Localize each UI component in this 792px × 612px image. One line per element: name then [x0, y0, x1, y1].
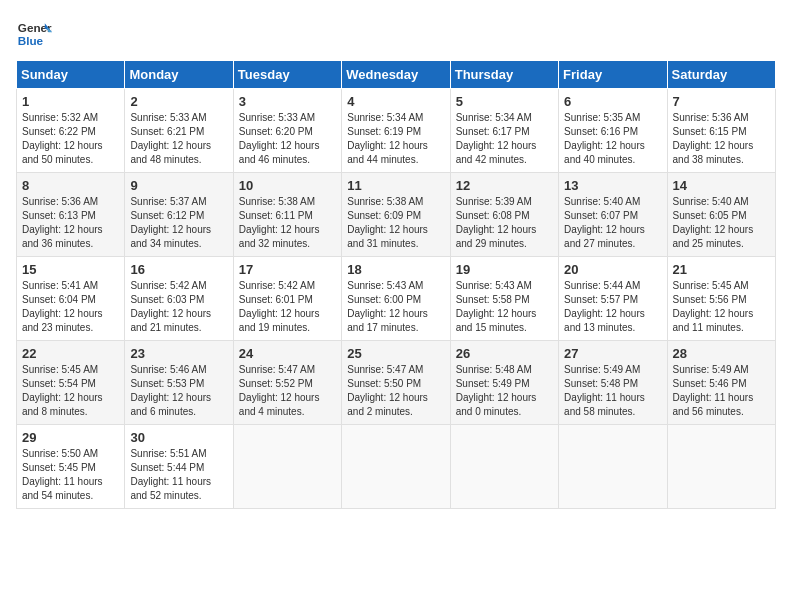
calendar-cell — [233, 425, 341, 509]
col-header-friday: Friday — [559, 61, 667, 89]
day-number: 19 — [456, 262, 553, 277]
day-number: 1 — [22, 94, 119, 109]
calendar-cell: 9 Sunrise: 5:37 AMSunset: 6:12 PMDayligh… — [125, 173, 233, 257]
day-number: 30 — [130, 430, 227, 445]
day-number: 18 — [347, 262, 444, 277]
calendar-cell: 10 Sunrise: 5:38 AMSunset: 6:11 PMDaylig… — [233, 173, 341, 257]
calendar-cell: 28 Sunrise: 5:49 AMSunset: 5:46 PMDaylig… — [667, 341, 775, 425]
calendar-cell — [450, 425, 558, 509]
calendar-cell: 30 Sunrise: 5:51 AMSunset: 5:44 PMDaylig… — [125, 425, 233, 509]
day-number: 28 — [673, 346, 770, 361]
svg-text:Blue: Blue — [18, 34, 44, 47]
day-info: Sunrise: 5:38 AMSunset: 6:09 PMDaylight:… — [347, 195, 444, 251]
day-number: 13 — [564, 178, 661, 193]
day-number: 3 — [239, 94, 336, 109]
calendar-cell: 1 Sunrise: 5:32 AMSunset: 6:22 PMDayligh… — [17, 89, 125, 173]
calendar-cell: 27 Sunrise: 5:49 AMSunset: 5:48 PMDaylig… — [559, 341, 667, 425]
calendar-cell: 26 Sunrise: 5:48 AMSunset: 5:49 PMDaylig… — [450, 341, 558, 425]
day-number: 24 — [239, 346, 336, 361]
page-header: General Blue — [16, 16, 776, 52]
calendar-cell: 23 Sunrise: 5:46 AMSunset: 5:53 PMDaylig… — [125, 341, 233, 425]
day-number: 6 — [564, 94, 661, 109]
day-number: 4 — [347, 94, 444, 109]
day-number: 14 — [673, 178, 770, 193]
day-info: Sunrise: 5:46 AMSunset: 5:53 PMDaylight:… — [130, 363, 227, 419]
day-number: 16 — [130, 262, 227, 277]
day-number: 15 — [22, 262, 119, 277]
day-number: 2 — [130, 94, 227, 109]
day-info: Sunrise: 5:35 AMSunset: 6:16 PMDaylight:… — [564, 111, 661, 167]
day-info: Sunrise: 5:41 AMSunset: 6:04 PMDaylight:… — [22, 279, 119, 335]
calendar-cell: 6 Sunrise: 5:35 AMSunset: 6:16 PMDayligh… — [559, 89, 667, 173]
day-number: 11 — [347, 178, 444, 193]
day-info: Sunrise: 5:50 AMSunset: 5:45 PMDaylight:… — [22, 447, 119, 503]
day-info: Sunrise: 5:48 AMSunset: 5:49 PMDaylight:… — [456, 363, 553, 419]
col-header-wednesday: Wednesday — [342, 61, 450, 89]
calendar-cell: 17 Sunrise: 5:42 AMSunset: 6:01 PMDaylig… — [233, 257, 341, 341]
calendar-cell: 25 Sunrise: 5:47 AMSunset: 5:50 PMDaylig… — [342, 341, 450, 425]
day-info: Sunrise: 5:32 AMSunset: 6:22 PMDaylight:… — [22, 111, 119, 167]
calendar-cell: 21 Sunrise: 5:45 AMSunset: 5:56 PMDaylig… — [667, 257, 775, 341]
day-info: Sunrise: 5:45 AMSunset: 5:56 PMDaylight:… — [673, 279, 770, 335]
logo: General Blue — [16, 16, 52, 52]
calendar-cell: 7 Sunrise: 5:36 AMSunset: 6:15 PMDayligh… — [667, 89, 775, 173]
day-number: 10 — [239, 178, 336, 193]
day-info: Sunrise: 5:45 AMSunset: 5:54 PMDaylight:… — [22, 363, 119, 419]
day-info: Sunrise: 5:42 AMSunset: 6:01 PMDaylight:… — [239, 279, 336, 335]
day-number: 26 — [456, 346, 553, 361]
col-header-saturday: Saturday — [667, 61, 775, 89]
calendar-cell: 3 Sunrise: 5:33 AMSunset: 6:20 PMDayligh… — [233, 89, 341, 173]
calendar-week-3: 15 Sunrise: 5:41 AMSunset: 6:04 PMDaylig… — [17, 257, 776, 341]
day-info: Sunrise: 5:36 AMSunset: 6:13 PMDaylight:… — [22, 195, 119, 251]
day-info: Sunrise: 5:43 AMSunset: 5:58 PMDaylight:… — [456, 279, 553, 335]
day-info: Sunrise: 5:42 AMSunset: 6:03 PMDaylight:… — [130, 279, 227, 335]
calendar-week-1: 1 Sunrise: 5:32 AMSunset: 6:22 PMDayligh… — [17, 89, 776, 173]
calendar-cell: 4 Sunrise: 5:34 AMSunset: 6:19 PMDayligh… — [342, 89, 450, 173]
day-number: 8 — [22, 178, 119, 193]
col-header-monday: Monday — [125, 61, 233, 89]
col-header-tuesday: Tuesday — [233, 61, 341, 89]
day-number: 9 — [130, 178, 227, 193]
day-info: Sunrise: 5:38 AMSunset: 6:11 PMDaylight:… — [239, 195, 336, 251]
calendar-cell: 16 Sunrise: 5:42 AMSunset: 6:03 PMDaylig… — [125, 257, 233, 341]
day-info: Sunrise: 5:34 AMSunset: 6:19 PMDaylight:… — [347, 111, 444, 167]
calendar-cell: 11 Sunrise: 5:38 AMSunset: 6:09 PMDaylig… — [342, 173, 450, 257]
day-number: 12 — [456, 178, 553, 193]
calendar-cell: 20 Sunrise: 5:44 AMSunset: 5:57 PMDaylig… — [559, 257, 667, 341]
day-info: Sunrise: 5:43 AMSunset: 6:00 PMDaylight:… — [347, 279, 444, 335]
day-info: Sunrise: 5:36 AMSunset: 6:15 PMDaylight:… — [673, 111, 770, 167]
day-info: Sunrise: 5:40 AMSunset: 6:07 PMDaylight:… — [564, 195, 661, 251]
day-info: Sunrise: 5:49 AMSunset: 5:46 PMDaylight:… — [673, 363, 770, 419]
calendar-cell: 12 Sunrise: 5:39 AMSunset: 6:08 PMDaylig… — [450, 173, 558, 257]
day-number: 21 — [673, 262, 770, 277]
calendar-cell: 18 Sunrise: 5:43 AMSunset: 6:00 PMDaylig… — [342, 257, 450, 341]
day-info: Sunrise: 5:47 AMSunset: 5:52 PMDaylight:… — [239, 363, 336, 419]
calendar-week-4: 22 Sunrise: 5:45 AMSunset: 5:54 PMDaylig… — [17, 341, 776, 425]
col-header-thursday: Thursday — [450, 61, 558, 89]
calendar-cell: 14 Sunrise: 5:40 AMSunset: 6:05 PMDaylig… — [667, 173, 775, 257]
calendar-table: SundayMondayTuesdayWednesdayThursdayFrid… — [16, 60, 776, 509]
col-header-sunday: Sunday — [17, 61, 125, 89]
calendar-cell: 24 Sunrise: 5:47 AMSunset: 5:52 PMDaylig… — [233, 341, 341, 425]
calendar-cell: 29 Sunrise: 5:50 AMSunset: 5:45 PMDaylig… — [17, 425, 125, 509]
day-number: 29 — [22, 430, 119, 445]
day-number: 7 — [673, 94, 770, 109]
day-number: 20 — [564, 262, 661, 277]
calendar-cell: 13 Sunrise: 5:40 AMSunset: 6:07 PMDaylig… — [559, 173, 667, 257]
day-number: 25 — [347, 346, 444, 361]
day-number: 22 — [22, 346, 119, 361]
day-info: Sunrise: 5:49 AMSunset: 5:48 PMDaylight:… — [564, 363, 661, 419]
calendar-cell: 5 Sunrise: 5:34 AMSunset: 6:17 PMDayligh… — [450, 89, 558, 173]
calendar-week-2: 8 Sunrise: 5:36 AMSunset: 6:13 PMDayligh… — [17, 173, 776, 257]
day-number: 23 — [130, 346, 227, 361]
day-number: 5 — [456, 94, 553, 109]
logo-icon: General Blue — [16, 16, 52, 52]
day-info: Sunrise: 5:37 AMSunset: 6:12 PMDaylight:… — [130, 195, 227, 251]
calendar-cell: 22 Sunrise: 5:45 AMSunset: 5:54 PMDaylig… — [17, 341, 125, 425]
header-row: SundayMondayTuesdayWednesdayThursdayFrid… — [17, 61, 776, 89]
calendar-cell — [667, 425, 775, 509]
day-number: 17 — [239, 262, 336, 277]
calendar-cell: 2 Sunrise: 5:33 AMSunset: 6:21 PMDayligh… — [125, 89, 233, 173]
calendar-cell: 19 Sunrise: 5:43 AMSunset: 5:58 PMDaylig… — [450, 257, 558, 341]
day-info: Sunrise: 5:33 AMSunset: 6:21 PMDaylight:… — [130, 111, 227, 167]
